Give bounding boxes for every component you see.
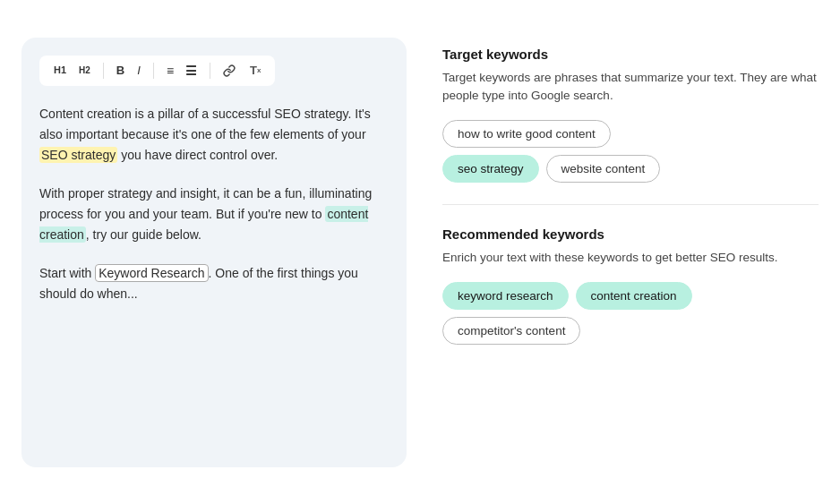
recommended-keywords-desc: Enrich your text with these keywords to … [442,249,819,268]
text-3a: Start with [39,266,95,280]
text-2a: With proper strategy and insight, it can… [39,186,372,221]
list-group: ≡ ☰ [161,61,202,81]
paragraph-3: Start with Keyword Research. One of the … [39,263,389,304]
seo-strategy-highlight: SEO strategy [39,147,117,163]
recommended-keywords-section: Recommended keywords Enrich your text wi… [442,226,819,345]
recommended-keywords-row-2: competitor's content [442,317,819,345]
divider-2 [153,63,154,79]
italic-button[interactable]: I [132,61,146,80]
target-keywords-section: Target keywords Target keywords are phra… [442,47,819,184]
paragraph-2: With proper strategy and insight, it can… [39,184,389,245]
tag-website-content[interactable]: website content [546,155,661,183]
paragraph-1: Content creation is a pillar of a succes… [39,104,389,166]
tag-keyword-research[interactable]: keyword research [442,282,569,310]
editor-panel: H1 H2 B I ≡ ☰ [21,38,407,467]
ordered-list-button[interactable]: ≡ [161,61,178,81]
editor-content[interactable]: Content creation is a pillar of a succes… [39,104,389,305]
clear-format-button[interactable]: Tx [244,61,266,80]
recommended-keywords-title: Recommended keywords [442,226,819,242]
target-keywords-desc: Target keywords are phrases that summari… [442,69,819,107]
tag-competitors-content[interactable]: competitor's content [442,317,580,345]
unordered-list-button[interactable]: ☰ [180,61,202,81]
h1-button[interactable]: H1 [48,62,72,79]
link-button[interactable] [218,61,241,81]
toolbar: H1 H2 B I ≡ ☰ [39,56,275,86]
target-keywords-row-2: seo strategy website content [442,155,819,183]
text-2b: , try our guide below. [86,227,201,242]
target-keywords-row-1: how to write good content [442,120,819,148]
tag-content-creation[interactable]: content creation [576,282,692,310]
keyword-research-highlight: Keyword Research [95,264,208,282]
text-1b: you have direct control over. [117,148,278,162]
target-keywords-title: Target keywords [442,47,819,62]
recommended-keywords-row-1: keyword research content creation [442,282,819,310]
divider-3 [210,63,210,79]
tag-how-to-write[interactable]: how to write good content [442,120,611,148]
tag-seo-strategy[interactable]: seo strategy [442,155,539,183]
keywords-panel: Target keywords Target keywords are phra… [442,38,819,353]
bold-button[interactable]: B [111,61,130,80]
h2-button[interactable]: H2 [73,63,96,79]
format-group: B I [111,61,146,80]
text-1a: Content creation is a pillar of a succes… [39,107,371,141]
divider-1 [103,63,104,79]
main-container: H1 H2 B I ≡ ☰ [21,38,819,467]
section-divider [442,204,819,205]
heading-group: H1 H2 [48,62,96,79]
